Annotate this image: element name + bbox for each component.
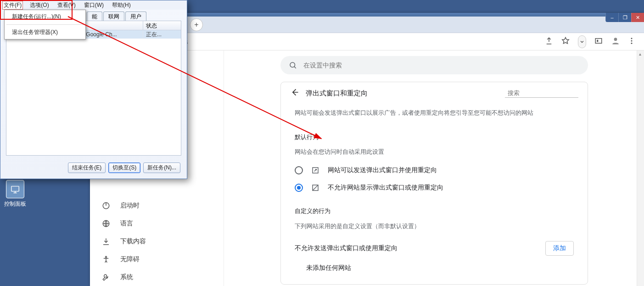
accessibility-icon: [102, 255, 110, 264]
taskmgr-tab-perf[interactable]: 能: [87, 11, 102, 22]
end-task-button[interactable]: 结束任务(E): [68, 163, 106, 173]
omnibox-actions: [545, 35, 636, 48]
svg-point-4: [631, 40, 633, 41]
sidebar-item-label: 下载内容: [120, 237, 146, 246]
download-icon: [102, 237, 110, 246]
task-manager-menubar: 文件(F) 选项(O) 查看(V) 窗口(W) 帮助(H): [0, 0, 187, 10]
default-behavior-sub: 网站会在您访问时自动采用此设置: [281, 146, 588, 162]
control-panel-icon: [6, 180, 24, 198]
taskmgr-tabs: 能 联网 用户: [87, 11, 147, 22]
menu-file[interactable]: 文件(F): [2, 1, 23, 10]
desktop-icon-label: 控制面板: [4, 201, 26, 207]
settings-main: 弹出式窗口和重定向 网站可能会发送弹出式窗口以展示广告，或者使用重定向将您引导至…: [224, 50, 644, 286]
switch-to-button[interactable]: 切换至(S): [108, 163, 140, 173]
sidebar-item-startup[interactable]: 启动时: [90, 196, 224, 214]
minimize-button[interactable]: –: [605, 13, 618, 22]
taskmgr-tab-network[interactable]: 联网: [103, 11, 124, 22]
radio-label: 网站可以发送弹出式窗口并使用重定向: [328, 166, 437, 174]
taskmgr-buttons: 结束任务(E) 切换至(S) 新任务(N)...: [0, 163, 187, 173]
sidebar-item-system[interactable]: 系统: [90, 268, 224, 286]
star-icon[interactable]: [561, 37, 570, 47]
radio-allow-popups[interactable]: 网站可以发送弹出式窗口并使用重定向: [281, 162, 588, 179]
menu-separator: [6, 24, 84, 25]
settings-search-bar[interactable]: [280, 56, 588, 74]
svg-rect-1: [597, 39, 598, 42]
radio-label: 不允许网站显示弹出式窗口或使用重定向: [328, 184, 443, 192]
maximize-button[interactable]: ❐: [618, 13, 631, 22]
svg-rect-0: [11, 186, 19, 191]
sidebar-item-label: 无障碍: [120, 255, 140, 264]
window-controls: – ❐ ✕: [605, 13, 644, 22]
close-button[interactable]: ✕: [631, 13, 644, 22]
kebab-menu-icon[interactable]: [627, 37, 636, 47]
new-task-button[interactable]: 新任务(N)...: [143, 163, 180, 173]
new-tab-button[interactable]: +: [190, 18, 203, 31]
menu-item-new-task[interactable]: 新建任务(运行...)(N): [5, 10, 85, 23]
col-status[interactable]: 状态: [143, 21, 181, 30]
card-title: 弹出式窗口和重定向: [306, 89, 505, 98]
extensions-icon[interactable]: [594, 37, 603, 47]
card-mini-search-input[interactable]: [508, 90, 585, 96]
custom-behavior-sub: 下列网站采用的是自定义设置（而非默认设置）: [281, 221, 588, 236]
task-manager-window: 文件(F) 选项(O) 查看(V) 窗口(W) 帮助(H) 新建任务(运行...…: [0, 0, 187, 179]
popups-settings-card: 弹出式窗口和重定向 网站可能会发送弹出式窗口以展示广告，或者使用重定向将您引导至…: [280, 82, 588, 285]
add-site-button[interactable]: 添加: [545, 241, 574, 256]
card-description: 网站可能会发送弹出式窗口以展示广告，或者使用重定向将您引导至您可能不想访问的网站: [281, 104, 588, 123]
scrollbar[interactable]: ▴: [637, 50, 644, 286]
globe-icon: [102, 219, 110, 228]
menu-view[interactable]: 查看(V): [56, 1, 77, 10]
file-menu-dropdown: 新建任务(运行...)(N) 退出任务管理器(X): [4, 10, 86, 39]
desktop-icon-control-panel[interactable]: 控制面板: [0, 180, 30, 208]
radio-icon: [295, 184, 303, 192]
popup-block-icon: [311, 184, 319, 192]
scroll-up-icon[interactable]: ▴: [639, 51, 641, 56]
radio-block-popups[interactable]: 不允许网站显示弹出式窗口或使用重定向: [281, 179, 588, 196]
menu-help[interactable]: 帮助(H): [111, 1, 132, 10]
sidebar-item-label: 启动时: [120, 202, 140, 210]
svg-point-5: [631, 42, 633, 44]
sidebar-item-label: 系统: [120, 273, 133, 281]
install-pill[interactable]: [578, 35, 586, 48]
custom-behavior-heading: 自定义的行为: [281, 202, 588, 221]
card-mini-search[interactable]: [505, 90, 578, 98]
svg-point-2: [614, 38, 617, 41]
power-icon: [102, 202, 110, 210]
menu-window[interactable]: 窗口(W): [83, 1, 105, 10]
wrench-icon: [102, 273, 110, 281]
menu-options[interactable]: 选项(O): [28, 1, 50, 10]
custom-block-title: 不允许发送弹出式窗口或使用重定向: [295, 244, 398, 252]
search-icon: [289, 61, 297, 69]
svg-point-9: [290, 62, 295, 67]
share-icon[interactable]: [545, 37, 553, 47]
taskmgr-tab-users[interactable]: 用户: [125, 11, 146, 22]
task-status: 正在...: [143, 31, 181, 39]
sidebar-item-label: 语言: [120, 219, 133, 228]
sidebar-item-languages[interactable]: 语言: [90, 214, 224, 232]
settings-search-input[interactable]: [303, 62, 580, 69]
back-arrow-icon[interactable]: [290, 88, 301, 99]
default-behavior-heading: 默认行为: [281, 128, 588, 147]
custom-block-section: 不允许发送弹出式窗口或使用重定向 添加: [281, 236, 588, 261]
card-header: 弹出式窗口和重定向: [281, 86, 588, 104]
taskmgr-list: 任务 状态 设置 - 弹出式窗口和重定向 - Google Ch... 正在..…: [6, 21, 181, 156]
sidebar-item-downloads[interactable]: 下载内容: [90, 232, 224, 250]
sidebar-item-accessibility[interactable]: 无障碍: [90, 250, 224, 268]
radio-icon: [295, 166, 303, 174]
menu-item-exit[interactable]: 退出任务管理器(X): [5, 26, 85, 39]
svg-point-3: [631, 38, 633, 39]
no-sites-text: 未添加任何网站: [281, 261, 588, 275]
popup-open-icon: [311, 166, 319, 174]
profile-icon[interactable]: [611, 36, 619, 47]
svg-point-8: [106, 256, 107, 258]
